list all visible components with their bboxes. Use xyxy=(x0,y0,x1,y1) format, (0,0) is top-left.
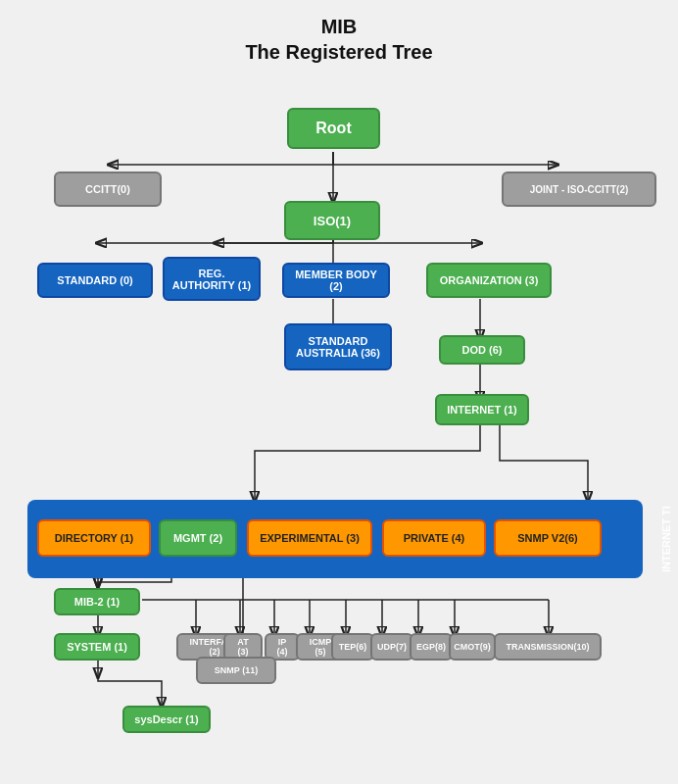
private-node: PRIVATE (4) xyxy=(382,519,486,557)
sysdescr-node: sysDescr (1) xyxy=(122,706,211,733)
snmp11-node: SNMP (11) xyxy=(196,657,276,684)
snmp-v2-node: SNMP V2(6) xyxy=(494,519,602,557)
diagram-title: MIB The Registered Tree xyxy=(0,0,678,65)
tep-node: TEP(6) xyxy=(331,633,374,661)
transmission-node: TRANSMISSION(10) xyxy=(494,633,602,661)
iso-node: ISO(1) xyxy=(284,201,380,240)
diagram: MIB The Registered Tree xyxy=(0,0,678,784)
ccitt-node: CCITT(0) xyxy=(54,172,162,207)
root-node: Root xyxy=(287,108,380,149)
mgmt-node: MGMT (2) xyxy=(159,519,237,557)
standard-australia-node: STANDARD AUSTRALIA (36) xyxy=(284,323,392,370)
member-body-node: MEMBER BODY (2) xyxy=(282,263,390,298)
internet-node: INTERNET (1) xyxy=(435,394,529,425)
internet-band-label: INTERNET TI xyxy=(660,500,672,578)
cmot-node: CMOT(9) xyxy=(449,633,496,661)
egp-node: EGP(8) xyxy=(410,633,453,661)
organization-node: ORGANIZATION (3) xyxy=(426,263,552,298)
mib2-node: MIB-2 (1) xyxy=(54,588,140,615)
reg-authority-node: REG. AUTHORITY (1) xyxy=(163,257,261,301)
system-node: SYSTEM (1) xyxy=(54,633,140,661)
joint-node: JOINT - ISO-CCITT(2) xyxy=(502,172,656,207)
experimental-node: EXPERIMENTAL (3) xyxy=(247,519,372,557)
udp-node: UDP(7) xyxy=(370,633,413,661)
standard-node: STANDARD (0) xyxy=(37,263,153,298)
dod-node: DOD (6) xyxy=(439,335,525,365)
directory-node: DIRECTORY (1) xyxy=(37,519,151,557)
